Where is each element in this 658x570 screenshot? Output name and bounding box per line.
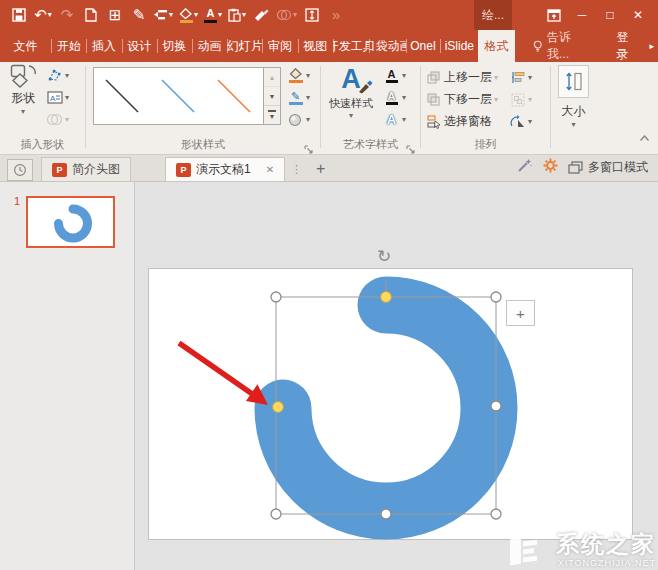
shape-fill-button[interactable]: ▾: [179, 3, 198, 27]
send-backward-label: 下移一层: [444, 91, 492, 108]
document-tab-intro[interactable]: P 简介头图: [41, 157, 131, 181]
tab-format[interactable]: 格式: [478, 30, 514, 62]
shape-fill-ribbon-button[interactable]: ▾: [287, 66, 310, 85]
tab-transitions[interactable]: 切换: [157, 30, 192, 62]
tab-animations[interactable]: 动画: [192, 30, 227, 62]
tab-insert[interactable]: 插入: [86, 30, 121, 62]
recent-files-button[interactable]: [7, 159, 33, 181]
grid-icon: ⊞: [109, 3, 122, 27]
font-color-dropdown[interactable]: ▾: [218, 3, 222, 27]
minimize-button[interactable]: ─: [568, 2, 596, 28]
align-ribbon-dropdown[interactable]: ▾: [528, 73, 532, 82]
tab-pocket-animation[interactable]: 口袋动画: [369, 30, 406, 62]
text-outline-icon: A: [383, 89, 400, 106]
tab-design[interactable]: 设计: [122, 30, 157, 62]
tab-review[interactable]: 审阅: [262, 30, 297, 62]
edit-shape-button[interactable]: ▾: [46, 66, 69, 85]
tab-developer[interactable]: 开发工具: [333, 30, 369, 62]
text-box-dropdown[interactable]: ▾: [65, 93, 69, 102]
text-fill-dropdown[interactable]: ▾: [402, 71, 406, 80]
text-effects-dropdown[interactable]: ▾: [402, 115, 406, 124]
align-objects-button[interactable]: ▾: [154, 3, 173, 27]
tab-view[interactable]: 视图: [298, 30, 333, 62]
tab-home[interactable]: 开始: [51, 30, 86, 62]
align-dropdown[interactable]: ▾: [169, 3, 173, 27]
tab-scroll-right[interactable]: ▸: [649, 30, 658, 62]
shapes-button[interactable]: 形状 ▾: [4, 64, 42, 116]
font-color-button[interactable]: A ▾: [204, 3, 222, 27]
magic-wand-button[interactable]: [517, 158, 533, 177]
close-button[interactable]: ✕: [624, 2, 652, 28]
shape-style-orange-line[interactable]: [206, 68, 262, 124]
paste-dropdown[interactable]: ▾: [242, 3, 246, 27]
text-outline-button[interactable]: A ▾: [383, 88, 406, 107]
shape-style-gallery: [93, 67, 264, 125]
fit-to-window-button[interactable]: [303, 3, 321, 27]
maximize-button[interactable]: □: [596, 2, 624, 28]
tell-me-button[interactable]: 告诉我...: [523, 30, 601, 62]
save-button[interactable]: [10, 3, 28, 27]
ribbon-display-options-button[interactable]: [540, 2, 568, 28]
rotate-objects-dropdown[interactable]: ▾: [528, 117, 532, 126]
slide-sorter-button[interactable]: ⊞: [106, 3, 124, 27]
shape-style-black-line[interactable]: [94, 68, 150, 124]
tab-file[interactable]: 文件: [0, 30, 51, 62]
shape-effects-button[interactable]: ▾: [287, 110, 310, 129]
multi-window-mode-button[interactable]: 多窗口模式: [568, 159, 648, 176]
tab-slideshow[interactable]: 幻灯片: [227, 30, 262, 62]
quick-insert-button[interactable]: +: [506, 300, 535, 326]
size-button[interactable]: [558, 65, 589, 98]
shape-styles-group-label: 形状样式: [86, 137, 320, 152]
undo-icon: ↶: [34, 3, 47, 27]
tab-islide[interactable]: iSlide: [440, 30, 478, 62]
ribbon: 形状 ▾ ▾ A: [0, 62, 658, 155]
shape-outline-dropdown[interactable]: ▾: [306, 93, 310, 102]
align-ribbon-button[interactable]: ▾: [509, 68, 532, 87]
text-box-button[interactable]: A ▾: [46, 88, 69, 107]
shape-outline-button[interactable]: ✎ ▾: [287, 88, 310, 107]
wordart-dialog-launcher[interactable]: [406, 140, 416, 150]
text-effects-button[interactable]: A ▾: [383, 110, 406, 129]
undo-button[interactable]: ↶▾: [34, 3, 52, 27]
size-label-block[interactable]: 大小 ▾: [558, 101, 589, 129]
new-file-button[interactable]: [82, 3, 100, 27]
send-backward-button: 下移一层 ▾: [425, 90, 505, 109]
shape-fill-ribbon-dropdown[interactable]: ▾: [306, 71, 310, 80]
undo-dropdown[interactable]: ▾: [48, 3, 52, 27]
sign-in-button[interactable]: 登录: [607, 30, 650, 62]
selection-pane-button[interactable]: 选择窗格: [425, 112, 505, 131]
tab-onei[interactable]: OneI: [406, 30, 440, 62]
quick-styles-dropdown[interactable]: ▾: [349, 111, 353, 120]
paste-button[interactable]: ▾: [228, 3, 246, 27]
format-painter-button[interactable]: [252, 3, 270, 27]
shape-effects-dropdown[interactable]: ▾: [306, 115, 310, 124]
eyedropper-button[interactable]: ✎: [130, 3, 148, 27]
gallery-more-button[interactable]: ▼: [264, 106, 280, 124]
rotate-objects-button[interactable]: ▾: [509, 112, 532, 131]
watermark: 系统之家 XITONGZHIJIA.NET: [506, 528, 656, 568]
tab-more-button[interactable]: ⋮: [285, 157, 308, 181]
close-tab-icon[interactable]: ✕: [266, 164, 274, 175]
text-fill-button[interactable]: A ▾: [383, 66, 406, 85]
shapes-dropdown[interactable]: ▾: [21, 107, 25, 116]
edit-shape-dropdown[interactable]: ▾: [65, 71, 69, 80]
document-tab-presentation1[interactable]: P 演示文稿1 ✕: [165, 157, 285, 181]
quick-styles-button[interactable]: A 快速样式 ▾: [329, 64, 373, 120]
slide-number: 1: [14, 195, 20, 207]
shape-fill-dropdown[interactable]: ▾: [194, 3, 198, 27]
size-dropdown[interactable]: ▾: [571, 120, 575, 129]
rotation-handle[interactable]: ↻: [377, 248, 391, 265]
text-outline-dropdown[interactable]: ▾: [402, 93, 406, 102]
slide-thumbnail[interactable]: [26, 196, 115, 248]
magic-wand-icon: [517, 158, 533, 173]
settings-button[interactable]: [543, 158, 558, 177]
gallery-scroll-down[interactable]: ▼: [264, 87, 280, 106]
collapse-ribbon-button[interactable]: [639, 128, 650, 146]
context-tab-title: 绘...: [474, 0, 512, 30]
svg-text:A: A: [50, 94, 56, 103]
shape-styles-dialog-launcher[interactable]: [304, 140, 314, 150]
shape-style-blue-line[interactable]: [150, 68, 206, 124]
slide-canvas[interactable]: [148, 268, 633, 540]
new-document-tab-button[interactable]: +: [308, 157, 333, 181]
tell-me-label: 告诉我...: [547, 29, 591, 63]
